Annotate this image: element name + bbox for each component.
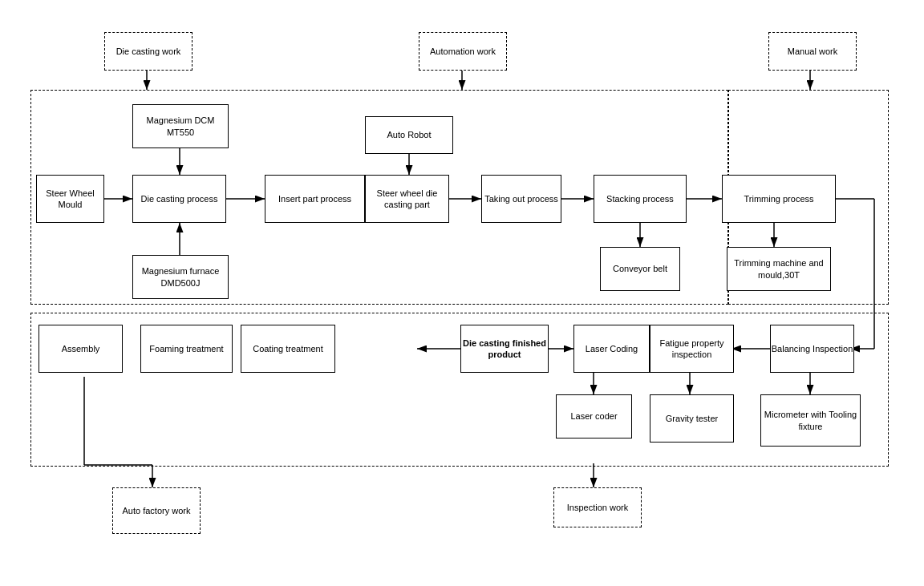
manual-work-label: Manual work [768, 32, 857, 71]
magnesium-furnace: Magnesium furnace DMD500J [132, 255, 229, 299]
trimming-machine: Trimming machine and mould,30T [727, 247, 831, 291]
diagram: Die casting work Automation work Manual … [0, 0, 924, 586]
micrometer: Micrometer with Tooling fixture [760, 394, 861, 447]
conveyor-belt: Conveyor belt [600, 247, 680, 291]
magnesium-dcm: Magnesium DCM MT550 [132, 104, 229, 148]
balancing: Balancing Inspection [770, 325, 854, 373]
auto-factory-label: Auto factory work [112, 487, 201, 534]
taking-out: Taking out process [481, 175, 561, 223]
trimming: Trimming process [722, 175, 836, 223]
inspection-work-label: Inspection work [553, 487, 642, 527]
automation-work-label: Automation work [419, 32, 507, 71]
coating: Coating treatment [241, 325, 335, 373]
gravity-tester: Gravity tester [650, 394, 734, 443]
fatigue-inspection: Fatigue property inspection [650, 325, 734, 373]
stacking: Stacking process [594, 175, 687, 223]
insert-part: Insert part process [265, 175, 365, 223]
foaming: Foaming treatment [140, 325, 233, 373]
steer-wheel-die: Steer wheel die casting part [365, 175, 449, 223]
assembly: Assembly [38, 325, 123, 373]
die-casting-work-label: Die casting work [104, 32, 192, 71]
laser-coder: Laser coder [556, 394, 632, 438]
auto-robot: Auto Robot [365, 116, 453, 154]
die-casting-process: Die casting process [132, 175, 226, 223]
steer-wheel-mould: Steer Wheel Mould [36, 175, 104, 223]
die-casting-finished: Die casting finished product [460, 325, 549, 373]
laser-coding: Laser Coding [573, 325, 650, 373]
